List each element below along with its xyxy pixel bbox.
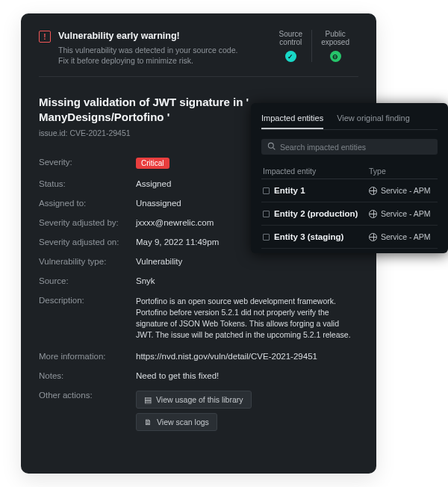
- view-scan-logs-button[interactable]: 🗎 View scan logs: [136, 413, 217, 431]
- table-header: Impacted entity Type: [261, 164, 438, 179]
- label-sev-adj-on: Severity adjusted on:: [39, 238, 136, 246]
- value-assigned-to: Unassigned: [136, 199, 181, 208]
- label-other-actions: Other actions:: [39, 391, 136, 435]
- label-sev-adj-by: Severity adjusted by:: [39, 218, 136, 227]
- globe-icon: [369, 187, 377, 195]
- early-warning-banner: ! Vulnerability early warning! This vuln…: [39, 30, 358, 77]
- value-description: Portofino is an open source web developm…: [136, 296, 352, 341]
- status-public-exposed: Public exposed ⊖: [311, 30, 358, 62]
- entity-type: Service - APM: [369, 209, 436, 218]
- alert-icon: !: [39, 31, 51, 43]
- entity-name: Entity 3 (staging): [274, 232, 364, 241]
- view-usage-button[interactable]: ▤ View usage of this library: [136, 391, 252, 409]
- tab-impacted-entities[interactable]: Impacted entities: [261, 114, 323, 129]
- checkbox-icon[interactable]: [263, 211, 270, 217]
- dash-icon: ⊖: [330, 51, 341, 62]
- label-description: Description:: [39, 296, 136, 341]
- value-sev-adj-by: jxxxx@newrelic.com: [136, 218, 214, 227]
- search-input[interactable]: [280, 143, 432, 152]
- impacted-entities-panel: Impacted entities View original finding …: [251, 103, 448, 253]
- label-more-info: More information:: [39, 352, 136, 361]
- check-icon: ✓: [285, 51, 296, 62]
- value-notes: Need to get this fixed!: [136, 371, 219, 380]
- entity-name: Entity 2 (production): [274, 209, 364, 218]
- button-label: View scan logs: [157, 418, 209, 426]
- entity-type: Service - APM: [369, 232, 436, 241]
- table-row[interactable]: Entity 1 Service - APM: [261, 179, 438, 202]
- search-input-wrap[interactable]: [261, 139, 438, 155]
- status-label: Public exposed: [321, 30, 349, 46]
- value-more-info[interactable]: https://nvd.nist.gov/vuln/detail/CVE-202…: [136, 352, 317, 361]
- button-label: View usage of this library: [156, 395, 243, 404]
- svg-point-0: [268, 143, 273, 148]
- globe-icon: [369, 210, 377, 218]
- label-status: Status:: [39, 179, 136, 188]
- search-icon: [267, 142, 276, 152]
- entity-name: Entity 1: [274, 186, 364, 195]
- banner-title: Vulnerability early warning!: [58, 30, 263, 43]
- status-indicators: Source control ✓ Public exposed ⊖: [270, 30, 359, 62]
- value-vuln-type: Vulnerability: [136, 257, 182, 266]
- label-source: Source:: [39, 276, 136, 285]
- banner-text: Vulnerability early warning! This vulner…: [58, 30, 263, 66]
- checkbox-icon[interactable]: [263, 234, 270, 241]
- status-label: Source control: [279, 30, 303, 46]
- globe-icon: [369, 233, 377, 241]
- entity-type: Service - APM: [369, 186, 436, 195]
- side-tabs: Impacted entities View original finding: [261, 114, 438, 130]
- table-row[interactable]: Entity 2 (production) Service - APM: [261, 202, 438, 226]
- table-row[interactable]: Entity 3 (staging) Service - APM: [261, 226, 438, 249]
- value-sev-adj-on: May 9, 2022 11:49pm: [136, 238, 219, 246]
- banner-subtitle: This vulnerability was detected in your …: [58, 45, 245, 66]
- label-severity: Severity:: [39, 158, 136, 169]
- value-status: Assigned: [136, 179, 171, 188]
- value-source: Snyk: [136, 276, 155, 285]
- status-source-control: Source control ✓: [270, 30, 312, 62]
- tab-original-finding[interactable]: View original finding: [337, 114, 410, 129]
- label-vuln-type: Vulnerability type:: [39, 257, 136, 266]
- checkbox-icon[interactable]: [263, 187, 270, 194]
- label-assigned-to: Assigned to:: [39, 199, 136, 208]
- document-icon: 🗎: [144, 418, 152, 426]
- col-type: Type: [369, 167, 436, 176]
- label-notes: Notes:: [39, 371, 136, 380]
- svg-line-1: [273, 148, 276, 150]
- col-entity: Impacted entity: [263, 167, 369, 176]
- list-icon: ▤: [144, 395, 152, 404]
- severity-badge: Critical: [136, 158, 169, 169]
